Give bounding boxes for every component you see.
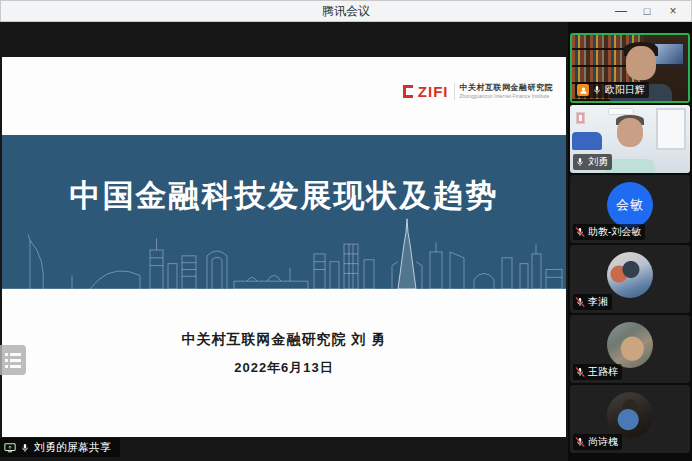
shared-screen-view: ZIFI 中关村互联网金融研究院 Zhongguancun Internet F… (0, 22, 568, 461)
mic-muted-icon (575, 367, 585, 377)
city-skyline-art (2, 211, 566, 289)
participant-tile[interactable]: 李湘 (570, 245, 690, 313)
mic-icon (20, 443, 30, 453)
participant-tile[interactable]: 会敏 助教-刘会敏 (570, 175, 690, 243)
meeting-window: 腾讯会议 — □ × ZIFI 中关村互联网金融研究院 Zhongguancun… (0, 0, 692, 461)
participant-name-chip: 李湘 (573, 294, 612, 310)
close-button[interactable]: × (660, 0, 686, 22)
title-bar[interactable]: 腾讯会议 — □ × (0, 0, 692, 22)
participant-tile[interactable]: 刘勇 (570, 105, 690, 173)
host-badge-icon (577, 84, 589, 96)
participant-name: 李湘 (588, 295, 608, 309)
participant-name-chip: 欧阳日辉 (575, 82, 649, 98)
mic-icon (592, 85, 602, 95)
logo-org-name-en: Zhongguancun Internet Finance Institute (460, 93, 554, 99)
screen-share-status: 刘勇的屏幕共享 (0, 438, 120, 457)
avatar (607, 252, 653, 298)
participant-name: 刘勇 (588, 155, 608, 169)
slide-date: 2022年6月13日 (2, 359, 566, 377)
participant-name: 王路梓 (588, 365, 618, 379)
participant-name-chip: 王路梓 (573, 364, 622, 380)
slide-title-banner: 中国金融科技发展现状及趋势 (2, 135, 566, 289)
share-banner-label: 刘勇的屏幕共享 (34, 440, 111, 455)
mic-muted-icon (575, 297, 585, 307)
participant-name-chip: 刘勇 (573, 154, 612, 170)
logo-mark-text: ZIFI (418, 83, 449, 100)
mic-icon (575, 157, 585, 167)
mic-muted-icon (575, 227, 585, 237)
slide-author: 中关村互联网金融研究院 刘 勇 (2, 331, 566, 349)
maximize-button[interactable]: □ (634, 0, 660, 22)
participant-tile[interactable]: 欧阳日辉 (570, 33, 690, 103)
participant-name: 助教-刘会敏 (588, 225, 641, 239)
avatar (607, 322, 653, 368)
institute-logo: ZIFI 中关村互联网金融研究院 Zhongguancun Internet F… (403, 83, 553, 100)
sidebar-toggle-handle[interactable] (0, 345, 26, 375)
avatar: 会敏 (607, 182, 653, 228)
participant-tile[interactable]: 王路梓 (570, 315, 690, 383)
participant-name-chip: 助教-刘会敏 (573, 224, 645, 240)
presentation-slide: ZIFI 中关村互联网金融研究院 Zhongguancun Internet F… (2, 57, 566, 437)
window-title: 腾讯会议 (322, 3, 370, 20)
screen-share-icon (4, 442, 16, 453)
list-icon (5, 353, 26, 356)
logo-mark-icon (403, 85, 413, 98)
window-controls: — □ × (608, 0, 686, 22)
minimize-button[interactable]: — (608, 0, 634, 22)
participant-name: 尚诗槐 (588, 435, 618, 449)
avatar (607, 392, 653, 438)
participant-name-chip: 尚诗槐 (573, 434, 622, 450)
participant-name: 欧阳日辉 (605, 83, 645, 97)
participant-tile[interactable]: 尚诗槐 (570, 385, 690, 453)
mic-muted-icon (575, 437, 585, 447)
participants-sidebar: 欧阳日辉 刘勇 会敏 (568, 22, 692, 461)
logo-org-name-cn: 中关村互联网金融研究院 (460, 83, 554, 93)
